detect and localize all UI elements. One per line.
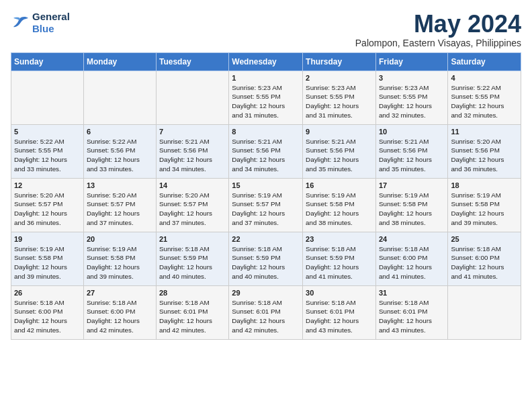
day-number: 31: [379, 289, 445, 297]
day-number: 26: [14, 289, 81, 297]
day-info: Sunrise: 5:21 AM Sunset: 5:56 PM Dayligh…: [232, 137, 300, 174]
day-number: 15: [232, 181, 300, 189]
weekday-header-thursday: Thursday: [303, 52, 376, 71]
calendar-day-cell: 19Sunrise: 5:19 AM Sunset: 5:58 PM Dayli…: [11, 232, 84, 285]
empty-day-cell: [83, 71, 156, 124]
calendar-day-cell: 11Sunrise: 5:20 AM Sunset: 5:56 PM Dayli…: [448, 124, 521, 178]
day-info: Sunrise: 5:19 AM Sunset: 5:58 PM Dayligh…: [14, 244, 81, 281]
calendar-day-cell: 20Sunrise: 5:19 AM Sunset: 5:58 PM Dayli…: [83, 232, 156, 285]
weekday-header-wednesday: Wednesday: [229, 52, 303, 71]
calendar-day-cell: 12Sunrise: 5:20 AM Sunset: 5:57 PM Dayli…: [11, 178, 84, 232]
calendar-day-cell: 1Sunrise: 5:23 AM Sunset: 5:55 PM Daylig…: [229, 71, 303, 124]
calendar-day-cell: 27Sunrise: 5:18 AM Sunset: 6:00 PM Dayli…: [83, 285, 156, 339]
title-block: May 2024 Palompon, Eastern Visayas, Phil…: [355, 11, 521, 48]
calendar-day-cell: 3Sunrise: 5:23 AM Sunset: 5:55 PM Daylig…: [375, 71, 447, 124]
day-number: 9: [306, 128, 373, 136]
day-info: Sunrise: 5:21 AM Sunset: 5:56 PM Dayligh…: [159, 137, 226, 174]
day-info: Sunrise: 5:18 AM Sunset: 6:01 PM Dayligh…: [379, 298, 445, 335]
day-number: 14: [159, 181, 226, 189]
logo-icon: [11, 15, 30, 30]
day-info: Sunrise: 5:19 AM Sunset: 5:57 PM Dayligh…: [232, 191, 300, 228]
day-info: Sunrise: 5:18 AM Sunset: 6:01 PM Dayligh…: [232, 298, 300, 335]
day-info: Sunrise: 5:23 AM Sunset: 5:55 PM Dayligh…: [232, 83, 300, 120]
day-number: 28: [159, 289, 226, 297]
day-info: Sunrise: 5:20 AM Sunset: 5:56 PM Dayligh…: [451, 137, 518, 174]
day-info: Sunrise: 5:18 AM Sunset: 6:00 PM Dayligh…: [379, 244, 445, 281]
day-number: 16: [306, 181, 373, 189]
calendar-day-cell: 13Sunrise: 5:20 AM Sunset: 5:57 PM Dayli…: [83, 178, 156, 232]
day-number: 21: [159, 235, 226, 243]
calendar-table: SundayMondayTuesdayWednesdayThursdayFrid…: [11, 52, 521, 340]
calendar-day-cell: 7Sunrise: 5:21 AM Sunset: 5:56 PM Daylig…: [156, 124, 228, 178]
calendar-body: 1Sunrise: 5:23 AM Sunset: 5:55 PM Daylig…: [11, 71, 521, 339]
calendar-day-cell: 4Sunrise: 5:22 AM Sunset: 5:55 PM Daylig…: [448, 71, 521, 124]
calendar-day-cell: 26Sunrise: 5:18 AM Sunset: 6:00 PM Dayli…: [11, 285, 84, 339]
location-title: Palompon, Eastern Visayas, Philippines: [355, 38, 521, 48]
calendar-day-cell: 24Sunrise: 5:18 AM Sunset: 6:00 PM Dayli…: [375, 232, 447, 285]
day-info: Sunrise: 5:22 AM Sunset: 5:55 PM Dayligh…: [14, 137, 81, 174]
calendar-day-cell: 30Sunrise: 5:18 AM Sunset: 6:01 PM Dayli…: [303, 285, 376, 339]
day-number: 12: [14, 181, 81, 189]
day-info: Sunrise: 5:18 AM Sunset: 5:59 PM Dayligh…: [306, 244, 373, 281]
day-info: Sunrise: 5:21 AM Sunset: 5:56 PM Dayligh…: [306, 137, 373, 174]
day-number: 17: [379, 181, 445, 189]
day-number: 2: [306, 74, 373, 82]
calendar-week-row: 1Sunrise: 5:23 AM Sunset: 5:55 PM Daylig…: [11, 71, 521, 124]
calendar-day-cell: 15Sunrise: 5:19 AM Sunset: 5:57 PM Dayli…: [229, 178, 303, 232]
day-number: 3: [379, 74, 445, 82]
day-number: 20: [87, 235, 153, 243]
day-info: Sunrise: 5:23 AM Sunset: 5:55 PM Dayligh…: [379, 83, 445, 120]
day-info: Sunrise: 5:18 AM Sunset: 6:00 PM Dayligh…: [87, 298, 153, 335]
day-number: 7: [159, 128, 226, 136]
day-number: 29: [232, 289, 300, 297]
day-number: 1: [232, 74, 300, 82]
calendar-day-cell: 14Sunrise: 5:20 AM Sunset: 5:57 PM Dayli…: [156, 178, 228, 232]
calendar-day-cell: 18Sunrise: 5:19 AM Sunset: 5:58 PM Dayli…: [448, 178, 521, 232]
day-info: Sunrise: 5:18 AM Sunset: 6:00 PM Dayligh…: [451, 244, 518, 281]
calendar-day-cell: 21Sunrise: 5:18 AM Sunset: 5:59 PM Dayli…: [156, 232, 228, 285]
empty-day-cell: [448, 285, 521, 339]
day-info: Sunrise: 5:22 AM Sunset: 5:55 PM Dayligh…: [451, 83, 518, 120]
calendar-day-cell: 22Sunrise: 5:18 AM Sunset: 5:59 PM Dayli…: [229, 232, 303, 285]
month-title: May 2024: [355, 11, 521, 38]
logo-line1: General: [32, 11, 70, 23]
day-info: Sunrise: 5:19 AM Sunset: 5:58 PM Dayligh…: [379, 191, 445, 228]
day-info: Sunrise: 5:19 AM Sunset: 5:58 PM Dayligh…: [451, 191, 518, 228]
day-number: 13: [87, 181, 153, 189]
weekday-header-friday: Friday: [375, 52, 447, 71]
day-number: 10: [379, 128, 445, 136]
logo-line2: Blue: [32, 23, 70, 35]
calendar-week-row: 5Sunrise: 5:22 AM Sunset: 5:55 PM Daylig…: [11, 124, 521, 178]
calendar-week-row: 12Sunrise: 5:20 AM Sunset: 5:57 PM Dayli…: [11, 178, 521, 232]
calendar-day-cell: 9Sunrise: 5:21 AM Sunset: 5:56 PM Daylig…: [303, 124, 376, 178]
day-number: 25: [451, 235, 518, 243]
day-number: 5: [14, 128, 81, 136]
calendar-day-cell: 10Sunrise: 5:21 AM Sunset: 5:56 PM Dayli…: [375, 124, 447, 178]
calendar-day-cell: 8Sunrise: 5:21 AM Sunset: 5:56 PM Daylig…: [229, 124, 303, 178]
calendar-day-cell: 31Sunrise: 5:18 AM Sunset: 6:01 PM Dayli…: [375, 285, 447, 339]
calendar-day-cell: 25Sunrise: 5:18 AM Sunset: 6:00 PM Dayli…: [448, 232, 521, 285]
calendar-week-row: 19Sunrise: 5:19 AM Sunset: 5:58 PM Dayli…: [11, 232, 521, 285]
day-info: Sunrise: 5:19 AM Sunset: 5:58 PM Dayligh…: [306, 191, 373, 228]
logo: General Blue: [11, 11, 70, 35]
day-number: 6: [87, 128, 153, 136]
day-info: Sunrise: 5:18 AM Sunset: 6:00 PM Dayligh…: [14, 298, 81, 335]
calendar-day-cell: 6Sunrise: 5:22 AM Sunset: 5:56 PM Daylig…: [83, 124, 156, 178]
calendar-day-cell: 17Sunrise: 5:19 AM Sunset: 5:58 PM Dayli…: [375, 178, 447, 232]
day-number: 4: [451, 74, 518, 82]
weekday-header-row: SundayMondayTuesdayWednesdayThursdayFrid…: [11, 52, 521, 71]
page-header: General Blue May 2024 Palompon, Eastern …: [11, 11, 521, 48]
empty-day-cell: [11, 71, 84, 124]
calendar-day-cell: 23Sunrise: 5:18 AM Sunset: 5:59 PM Dayli…: [303, 232, 376, 285]
calendar-day-cell: 5Sunrise: 5:22 AM Sunset: 5:55 PM Daylig…: [11, 124, 84, 178]
calendar-header: SundayMondayTuesdayWednesdayThursdayFrid…: [11, 52, 521, 71]
day-info: Sunrise: 5:18 AM Sunset: 6:01 PM Dayligh…: [159, 298, 226, 335]
weekday-header-saturday: Saturday: [448, 52, 521, 71]
day-number: 18: [451, 181, 518, 189]
day-info: Sunrise: 5:18 AM Sunset: 6:01 PM Dayligh…: [306, 298, 373, 335]
calendar-day-cell: 28Sunrise: 5:18 AM Sunset: 6:01 PM Dayli…: [156, 285, 228, 339]
day-info: Sunrise: 5:18 AM Sunset: 5:59 PM Dayligh…: [159, 244, 226, 281]
day-info: Sunrise: 5:20 AM Sunset: 5:57 PM Dayligh…: [87, 191, 153, 228]
day-number: 30: [306, 289, 373, 297]
weekday-header-monday: Monday: [83, 52, 156, 71]
